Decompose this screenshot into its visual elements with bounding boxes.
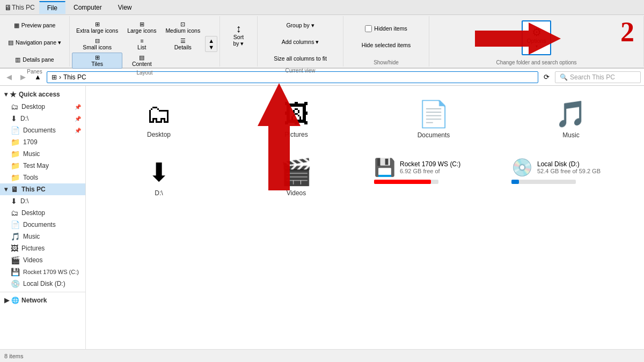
sidebar-item-rocketc[interactable]: 💾 Rocket 1709 WS (C:) [0,266,85,278]
details-pane-btn[interactable]: ▥ Details pane [2,51,67,68]
sidebar-item-label: 1709 [23,138,38,146]
folder-desktop-label: Desktop [147,131,171,138]
tab-bar: File Computer View [39,1,140,14]
thispc-header[interactable]: ▾ 🖥 This PC [0,183,85,195]
scroll-up-icon[interactable]: ▲ [208,38,214,44]
network-header[interactable]: ▶ 🌐 Network [0,294,85,306]
medium-icon: ⊡ [180,21,185,27]
thispc-icon: 🖥 [11,185,18,194]
sidebar-item-testmay[interactable]: 📁 Test May [0,160,85,172]
medium-icons-btn[interactable]: ⊡ Medium icons [161,19,204,35]
sidebar-item-pictures-pc[interactable]: 🖼 Pictures [0,242,85,254]
sidebar-item-d-quick[interactable]: ⬇ D:\ 📌 [0,113,85,124]
status-bar: 8 items [0,349,644,362]
scroll-down-icon[interactable]: ▼ [208,44,214,50]
title-text: This PC [12,4,35,11]
content-btn[interactable]: ▤ Content [123,53,160,69]
sidebar-item-music-quick[interactable]: 📁 Music [0,148,85,160]
sidebar-item-d-pc[interactable]: ⬇ D:\ [0,195,85,207]
network-label: Network [21,297,47,304]
folder-icon: 🗂 [11,102,18,111]
group-by-btn[interactable]: Group by ▾ [260,17,341,33]
currentview-label: Current view [260,68,341,73]
sidebar-item-documents-pc[interactable]: 📄 Documents [0,219,85,231]
hidden-items-checkbox[interactable] [365,25,372,32]
details-btn[interactable]: ☰ Details [161,36,204,52]
ribbon-section-currentview: Group by ▾ Add columns ▾ Size all column… [258,16,343,67]
title-icon: 🖥 [4,3,12,12]
folder-d-label: D:\ [155,189,163,197]
drive-c-space: 6.92 GB free of [400,168,460,174]
folder-documents-icon: 📄 [418,99,450,129]
drive-c-icon: 💾 [374,157,396,178]
expand-icon: ▾ [4,186,8,193]
sidebar-item-locald[interactable]: 💿 Local Disk (D:) [0,278,85,290]
sidebar-item-label: Videos [23,256,42,264]
large-icons-btn[interactable]: ⊞ Large icons [123,19,160,35]
hidden-items-btn[interactable]: Hidden items [346,20,427,36]
sidebar-item-desktop-pc[interactable]: 🗂 Desktop [0,207,85,219]
folder-icon: 💾 [11,268,20,276]
sidebar-item-label: Test May [23,162,49,169]
small-icons-btn[interactable]: ⊟ Small icons [72,36,122,52]
refresh-btn[interactable]: ⟳ [540,71,553,83]
navigation-pane-btn[interactable]: ▤ Navigation pane ▾ [2,34,67,50]
drive-d[interactable]: 💿 Local Disk (D:) 52.4 GB free of 59.2 G… [507,152,635,189]
add-columns-btn[interactable]: Add columns ▾ [260,34,341,50]
content-area: 🗂 Desktop 🖼 Pictures 📄 Documents 🎵 Music [86,86,644,349]
tab-file[interactable]: File [39,1,65,14]
extralarge-icons-btn[interactable]: ⊞ Extra large icons [72,19,122,35]
preview-pane-btn[interactable]: ▦ Preview pane [2,17,67,33]
folder-icon: ⬇ [11,197,17,205]
folder-music[interactable]: 🎵 Music [507,94,635,144]
network-icon: 🌐 [11,297,19,304]
drive-d-space: 52.4 GB free of 59.2 GB [537,168,601,174]
sidebar-item-1709[interactable]: 📁 1709 [0,136,85,148]
quick-access-header[interactable]: ▾ ★ Quick access [0,88,85,101]
drive-d-name: Local Disk (D:) [537,160,601,168]
tab-view[interactable]: View [110,1,140,13]
tiles-btn[interactable]: ⊞ Tiles [72,53,122,69]
quick-access-label: Quick access [19,91,60,98]
tiles-icon: ⊞ [95,54,100,61]
folder-d[interactable]: ⬇ D:\ [94,152,223,202]
sidebar-item-desktop-quick[interactable]: 🗂 Desktop 📌 [0,101,85,113]
sidebar-item-music-pc[interactable]: 🎵 Music [0,231,85,242]
folder-videos[interactable]: 🎬 Videos [232,152,361,202]
sidebar-item-tools[interactable]: 📁 Tools [0,172,85,183]
panes-label: Panes [2,69,67,75]
sidebar-item-label: Tools [23,174,38,181]
sidebar-item-label: Desktop [21,103,45,110]
sidebar-divider [0,292,85,292]
sidebar-item-documents-quick[interactable]: 📄 Documents 📌 [0,124,85,136]
folder-pictures[interactable]: 🖼 Pictures [232,94,361,143]
sidebar-item-videos-pc[interactable]: 🎬 Videos [0,254,85,266]
pin-icon: 📌 [75,116,81,122]
size-all-columns-btn[interactable]: Size all columns to fit [260,50,341,67]
folder-documents[interactable]: 📄 Documents [369,94,498,144]
folder-desktop-icon: 🗂 [146,99,172,129]
drive-c[interactable]: 💾 Rocket 1709 WS (C:) 6.92 GB free of [369,152,498,189]
extralarge-icon: ⊞ [95,21,100,27]
showhide-label: Show/hide [346,60,427,65]
content-grid: 🗂 Desktop 🖼 Pictures 📄 Documents 🎵 Music [94,94,635,202]
sidebar-item-label: D:\ [20,197,28,205]
folder-icon: 📄 [11,220,20,229]
tab-computer[interactable]: Computer [65,1,110,13]
ribbon: ▦ Preview pane ▤ Navigation pane ▾ ▥ Det… [0,15,644,69]
sidebar-item-label: Documents [23,221,56,228]
options-btn[interactable]: ⚙ Options ▾ [522,20,551,55]
sort-by-btn[interactable]: ↕ Sort by ▾ [224,17,253,52]
small-icon: ⊟ [95,38,100,44]
drive-c-bar [374,180,438,184]
status-text: 8 items [4,353,23,359]
list-btn[interactable]: ≡ List [123,36,160,52]
layout-label: Layout [72,70,217,76]
drive-d-info: Local Disk (D:) 52.4 GB free of 59.2 GB [537,160,601,174]
search-box[interactable]: 🔍 Search This PC [555,71,641,83]
folder-desktop[interactable]: 🗂 Desktop [94,94,223,143]
hide-selected-btn[interactable]: Hide selected items [346,37,427,53]
drive-c-name: Rocket 1709 WS (C:) [400,160,460,168]
ribbon-section-changefolder: ⚙ Options ▾ Change folder and search opt… [429,16,644,67]
sidebar-item-label: Local Disk (D:) [23,280,65,287]
